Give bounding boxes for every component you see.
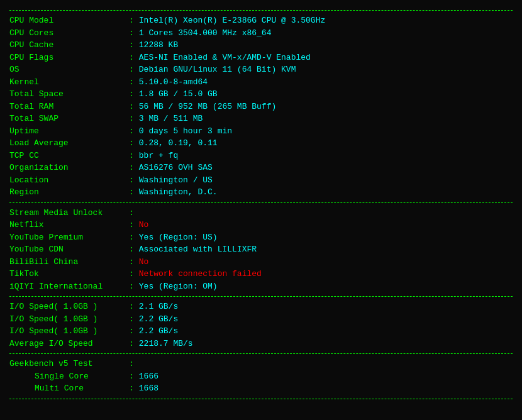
single-core-value: 1666 — [139, 370, 158, 383]
region-value: Washington, D.C. — [139, 186, 218, 199]
avg-io-row: Average I/O Speed : 2218.7 MB/s — [9, 338, 513, 350]
io3-row: I/O Speed( 1.0GB ) : 2.2 GB/s — [9, 325, 513, 338]
cpu-flags-value: AES-NI Enabled & VM-x/AMD-V Enabled — [139, 52, 311, 64]
cpu-flags-label: CPU Flags — [9, 52, 129, 64]
geekbench-header-label: Geekbench v5 Test — [9, 358, 129, 370]
cpu-cores-value: 1 Cores 3504.000 MHz x86_64 — [139, 27, 272, 40]
load-avg-label: Load Average — [9, 137, 129, 150]
total-ram-label: Total RAM — [9, 101, 129, 113]
system-info-section: CPU Model : Intel(R) Xeon(R) E-2386G CPU… — [9, 14, 513, 199]
youtube-cdn-label: YouTube CDN — [9, 243, 129, 256]
stream-media-label: Stream Media Unlock — [9, 207, 129, 219]
total-space-row: Total Space : 1.8 GB / 15.0 GB — [9, 88, 513, 101]
cpu-model-row: CPU Model : Intel(R) Xeon(R) E-2386G CPU… — [9, 14, 513, 27]
avg-io-label: Average I/O Speed — [9, 338, 129, 350]
iqiyi-label: iQIYI International — [9, 280, 129, 293]
cpu-model-label: CPU Model — [9, 14, 129, 27]
total-space-label: Total Space — [9, 88, 129, 101]
cpu-cache-value: 12288 KB — [139, 39, 178, 52]
tiktok-label: TikTok — [9, 268, 129, 280]
divider-top — [9, 10, 513, 11]
load-avg-value: 0.28, 0.19, 0.11 — [139, 137, 218, 150]
os-label: OS — [9, 64, 129, 76]
netflix-value: No — [139, 219, 149, 231]
avg-io-value: 2218.7 MB/s — [139, 338, 193, 350]
stream-media-header-row: Stream Media Unlock : — [9, 207, 513, 219]
tiktok-row: TikTok : Network connection failed — [9, 268, 513, 280]
youtube-cdn-row: YouTube CDN : Associated with LILLIXFR — [9, 243, 513, 256]
tcp-cc-label: TCP CC — [9, 150, 129, 162]
tcp-cc-value: bbr + fq — [139, 150, 178, 162]
youtube-cdn-value: Associated with LILLIXFR — [139, 243, 257, 256]
total-swap-value: 3 MB / 511 MB — [139, 113, 203, 125]
organization-label: Organization — [9, 162, 129, 174]
cpu-cores-row: CPU Cores : 1 Cores 3504.000 MHz x86_64 — [9, 27, 513, 40]
youtube-premium-row: YouTube Premium : Yes (Region: US) — [9, 231, 513, 244]
bilibili-value: No — [139, 256, 149, 268]
cpu-cache-row: CPU Cache : 12288 KB — [9, 39, 513, 52]
divider-bottom — [9, 399, 513, 399]
tcp-cc-row: TCP CC : bbr + fq — [9, 150, 513, 162]
cpu-cores-label: CPU Cores — [9, 27, 129, 40]
total-space-value: 1.8 GB / 15.0 GB — [139, 88, 218, 101]
uptime-row: Uptime : 0 days 5 hour 3 min — [9, 125, 513, 138]
io-section: I/O Speed( 1.0GB ) : 2.1 GB/s I/O Speed(… — [9, 301, 513, 350]
multi-core-row: Multi Core : 1668 — [9, 382, 513, 395]
region-row: Region : Washington, D.C. — [9, 186, 513, 199]
media-section: www.ittellyou.com Stream Media Unlock : … — [9, 207, 513, 293]
io1-value: 2.1 GB/s — [139, 301, 178, 313]
kernel-row: Kernel : 5.10.0-8-amd64 — [9, 76, 513, 89]
total-swap-row: Total SWAP : 3 MB / 511 MB — [9, 113, 513, 125]
multi-core-value: 1668 — [139, 382, 158, 395]
load-avg-row: Load Average : 0.28, 0.19, 0.11 — [9, 137, 513, 150]
io2-row: I/O Speed( 1.0GB ) : 2.2 GB/s — [9, 313, 513, 326]
youtube-premium-label: YouTube Premium — [9, 231, 129, 244]
terminal-output: CPU Model : Intel(R) Xeon(R) E-2386G CPU… — [9, 10, 513, 399]
cpu-model-value: Intel(R) Xeon(R) E-2386G CPU @ 3.50GHz — [139, 14, 325, 27]
io2-label: I/O Speed( 1.0GB ) — [9, 313, 129, 326]
io1-row: I/O Speed( 1.0GB ) : 2.1 GB/s — [9, 301, 513, 313]
bilibili-row: BiliBili China : No — [9, 256, 513, 268]
single-core-label: Single Core — [9, 370, 129, 383]
total-ram-value: 56 MB / 952 MB (265 MB Buff) — [139, 101, 276, 113]
io3-value: 2.2 GB/s — [139, 325, 178, 338]
os-row: OS : Debian GNU/Linux 11 (64 Bit) KVM — [9, 64, 513, 76]
total-swap-label: Total SWAP — [9, 113, 129, 125]
organization-value: AS16276 OVH SAS — [139, 162, 213, 174]
iqiyi-value: Yes (Region: OM) — [139, 280, 218, 293]
kernel-label: Kernel — [9, 76, 129, 89]
region-label: Region — [9, 186, 129, 199]
location-row: Location : Washington / US — [9, 174, 513, 187]
io3-label: I/O Speed( 1.0GB ) — [9, 325, 129, 338]
location-value: Washington / US — [139, 174, 213, 187]
location-label: Location — [9, 174, 129, 187]
kernel-value: 5.10.0-8-amd64 — [139, 76, 208, 89]
geekbench-header-row: Geekbench v5 Test : — [9, 358, 513, 370]
total-ram-row: Total RAM : 56 MB / 952 MB (265 MB Buff) — [9, 101, 513, 113]
iqiyi-row: iQIYI International : Yes (Region: OM) — [9, 280, 513, 293]
uptime-label: Uptime — [9, 125, 129, 138]
divider-geekbench — [9, 353, 513, 354]
single-core-row: Single Core : 1666 — [9, 370, 513, 383]
io2-value: 2.2 GB/s — [139, 313, 178, 326]
cpu-cache-label: CPU Cache — [9, 39, 129, 52]
cpu-flags-row: CPU Flags : AES-NI Enabled & VM-x/AMD-V … — [9, 52, 513, 64]
divider-media — [9, 202, 513, 203]
geekbench-section: Geekbench v5 Test : Single Core : 1666 M… — [9, 358, 513, 395]
organization-row: Organization : AS16276 OVH SAS — [9, 162, 513, 174]
multi-core-label: Multi Core — [9, 382, 129, 395]
divider-io — [9, 296, 513, 297]
netflix-row: Netflix : No — [9, 219, 513, 231]
bilibili-label: BiliBili China — [9, 256, 129, 268]
io1-label: I/O Speed( 1.0GB ) — [9, 301, 129, 313]
uptime-value: 0 days 5 hour 3 min — [139, 125, 232, 138]
tiktok-value: Network connection failed — [139, 268, 262, 280]
netflix-label: Netflix — [9, 219, 129, 231]
os-value: Debian GNU/Linux 11 (64 Bit) KVM — [139, 64, 296, 76]
youtube-premium-value: Yes (Region: US) — [139, 231, 218, 244]
